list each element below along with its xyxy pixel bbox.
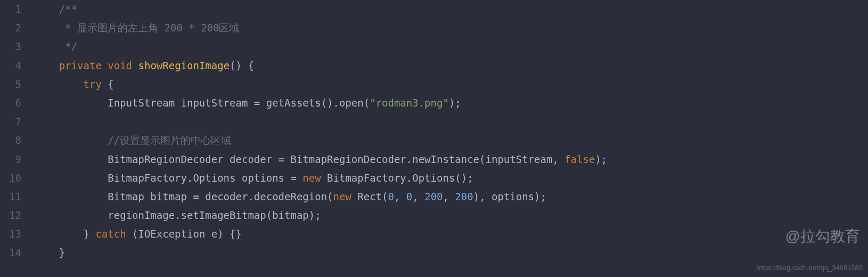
- code-line[interactable]: regionImage.setImageBitmap(bitmap);: [35, 206, 868, 225]
- code-token: BitmapFactory.Options options =: [108, 172, 302, 184]
- code-token: ), options);: [473, 191, 546, 202]
- line-number: 4: [0, 56, 21, 75]
- code-line[interactable]: BitmapRegionDecoder decoder = BitmapRegi…: [35, 150, 868, 169]
- code-line[interactable]: * 显示图片的左上角 200 * 200区域: [35, 19, 868, 37]
- code-line[interactable]: */: [35, 37, 868, 56]
- code-token: catch: [95, 228, 126, 240]
- code-line[interactable]: InputStream inputStream = getAssets().op…: [35, 94, 868, 112]
- code-token: /**: [59, 3, 77, 15]
- code-line[interactable]: //设置显示图片的中心区域: [35, 131, 868, 150]
- code-token: [102, 60, 108, 71]
- code-token: );: [449, 97, 461, 109]
- code-token: try: [84, 78, 102, 90]
- line-number: 10: [0, 169, 21, 188]
- code-line[interactable]: BitmapFactory.Options options = new Bitm…: [35, 169, 868, 188]
- code-token: );: [595, 153, 607, 165]
- line-number: 8: [0, 131, 21, 150]
- code-token: (IOException e) {}: [126, 228, 242, 240]
- code-line[interactable]: private void showRegionImage() {: [35, 56, 868, 75]
- line-number: 12: [0, 206, 21, 225]
- line-number: 2: [0, 19, 21, 37]
- code-token: new: [302, 172, 321, 184]
- line-number: 1: [0, 0, 21, 19]
- code-token: regionImage.setImageBitmap(bitmap);: [108, 209, 321, 221]
- code-token: 0: [406, 191, 412, 202]
- code-token: //设置显示图片的中心区域: [108, 134, 231, 146]
- code-token: ,: [412, 191, 424, 202]
- code-token: ,: [443, 191, 455, 202]
- code-token: Rect(: [351, 191, 388, 202]
- code-line[interactable]: try {: [35, 75, 868, 94]
- code-line[interactable]: [35, 112, 868, 131]
- line-number: 5: [0, 75, 21, 94]
- code-line[interactable]: } catch (IOException e) {}: [35, 225, 868, 243]
- line-number: 13: [0, 225, 21, 243]
- line-number: 7: [0, 112, 21, 131]
- code-line[interactable]: Bitmap bitmap = decoder.decodeRegion(new…: [35, 188, 868, 206]
- code-token: BitmapFactory.Options();: [321, 172, 473, 184]
- code-editor: 1234567891011121314 /** * 显示图片的左上角 200 *…: [0, 0, 868, 277]
- watermark-badge: @拉勾教育: [785, 223, 860, 250]
- code-token: "rodman3.png": [370, 97, 449, 109]
- code-token: * 显示图片的左上角 200 * 200区域: [59, 22, 240, 34]
- code-line[interactable]: /**: [35, 0, 868, 19]
- code-token: BitmapRegionDecoder decoder = BitmapRegi…: [108, 153, 564, 165]
- code-token: showRegionImage: [138, 60, 230, 71]
- line-number: 3: [0, 37, 21, 56]
- code-token: InputStream inputStream = getAssets().op…: [108, 97, 370, 109]
- line-number: 14: [0, 243, 21, 262]
- code-token: 200: [424, 191, 443, 202]
- code-token: void: [108, 60, 132, 71]
- code-token: ,: [394, 191, 406, 202]
- code-token: [132, 60, 138, 71]
- code-token: }: [84, 228, 96, 240]
- code-token: 0: [388, 191, 394, 202]
- code-token: false: [564, 153, 595, 165]
- line-number: 9: [0, 150, 21, 169]
- code-line[interactable]: }: [35, 243, 868, 262]
- code-token: Bitmap bitmap = decoder.decodeRegion(: [108, 191, 333, 202]
- code-area[interactable]: /** * 显示图片的左上角 200 * 200区域 */ private vo…: [29, 0, 868, 277]
- line-number: 6: [0, 94, 21, 112]
- attribution-link: https://blog.csdn.net/qq_34681580: [757, 262, 863, 274]
- code-token: */: [59, 40, 77, 52]
- line-number: 11: [0, 188, 21, 206]
- code-token: {: [102, 78, 114, 90]
- code-token: new: [333, 191, 351, 202]
- code-token: () {: [230, 60, 254, 71]
- code-token: }: [59, 247, 65, 258]
- code-token: private: [59, 60, 102, 71]
- line-number-gutter: 1234567891011121314: [0, 0, 29, 277]
- code-token: 200: [455, 191, 473, 202]
